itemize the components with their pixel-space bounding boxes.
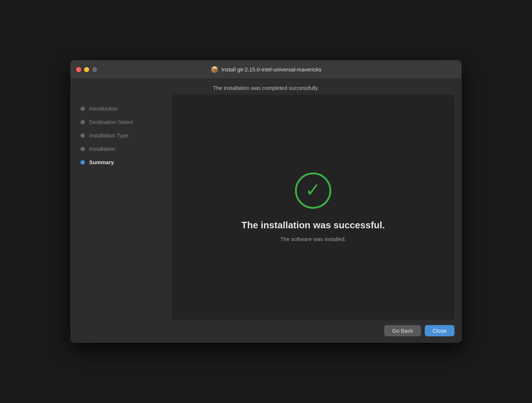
sidebar-item-installation-type: Installation Type (78, 129, 165, 142)
success-subtitle: The software was installed. (280, 236, 346, 242)
checkmark-icon: ✓ (305, 180, 321, 199)
go-back-button[interactable]: Go Back (384, 325, 421, 336)
sidebar-item-summary: Summary (78, 155, 165, 169)
close-button-footer[interactable]: Close (425, 325, 454, 336)
sidebar-label-destination: Destination Select (89, 119, 133, 125)
success-icon: ✓ (295, 173, 331, 209)
sidebar-item-installation: Installation (78, 142, 165, 155)
package-icon: 📦 (211, 66, 219, 74)
sidebar-item-introduction: Introduction (78, 102, 165, 115)
main-content: Introduction Destination Select Installa… (70, 95, 462, 320)
sidebar-dot-introduction (80, 107, 85, 111)
window-title: Install git-2.15.0-intel-universal-maver… (221, 66, 321, 72)
sidebar-dot-summary (80, 160, 85, 165)
titlebar-title: 📦 Install git-2.15.0-intel-universal-mav… (211, 66, 321, 74)
content-panel: ✓ The installation was successful. The s… (172, 95, 454, 320)
titlebar: 📦 Install git-2.15.0-intel-universal-mav… (70, 60, 462, 79)
sidebar-label-installation: Installation (89, 146, 115, 152)
sidebar-item-destination-select: Destination Select (78, 115, 165, 129)
sidebar-dot-installation (80, 147, 85, 151)
sidebar-dot-installation-type (80, 133, 85, 138)
sidebar-dot-destination (80, 120, 85, 124)
traffic-lights (76, 67, 97, 72)
close-button[interactable] (76, 67, 81, 72)
sidebar: Introduction Destination Select Installa… (78, 95, 172, 320)
installer-window: 📦 Install git-2.15.0-intel-universal-mav… (70, 60, 462, 343)
sidebar-label-summary: Summary (89, 159, 114, 165)
footer: Go Back Close (70, 320, 462, 343)
minimize-button[interactable] (84, 67, 89, 72)
sidebar-label-installation-type: Installation Type (89, 132, 128, 138)
success-title: The installation was successful. (241, 220, 385, 231)
sidebar-label-introduction: Introduction (89, 105, 117, 112)
top-message: The installation was completed successfu… (70, 79, 462, 95)
maximize-button[interactable] (92, 67, 97, 72)
